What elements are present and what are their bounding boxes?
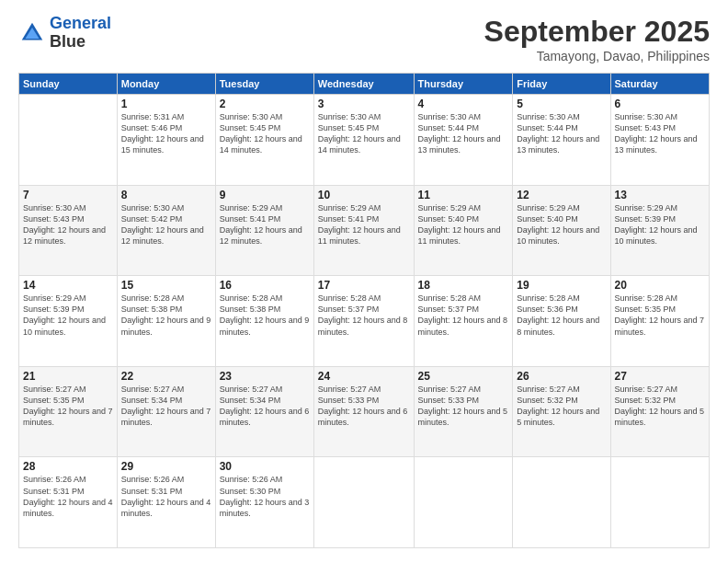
column-header-monday: Monday xyxy=(117,74,215,95)
day-info: Sunrise: 5:26 AMSunset: 5:31 PMDaylight:… xyxy=(23,474,113,519)
logo-line2: Blue xyxy=(50,33,111,52)
day-number: 6 xyxy=(615,98,705,110)
column-header-friday: Friday xyxy=(513,74,610,95)
day-info: Sunrise: 5:29 AMSunset: 5:41 PMDaylight:… xyxy=(220,202,310,247)
calendar-cell: 8Sunrise: 5:30 AMSunset: 5:42 PMDaylight… xyxy=(117,185,215,276)
calendar-cell: 13Sunrise: 5:29 AMSunset: 5:39 PMDayligh… xyxy=(610,185,709,276)
day-info: Sunrise: 5:28 AMSunset: 5:38 PMDaylight:… xyxy=(121,293,211,338)
day-number: 16 xyxy=(220,279,310,292)
logo-text: General Blue xyxy=(50,15,111,52)
day-info: Sunrise: 5:26 AMSunset: 5:31 PMDaylight:… xyxy=(121,474,211,519)
calendar-cell: 27Sunrise: 5:27 AMSunset: 5:32 PMDayligh… xyxy=(610,366,709,457)
calendar-cell: 16Sunrise: 5:28 AMSunset: 5:38 PMDayligh… xyxy=(215,276,313,367)
calendar-cell xyxy=(414,457,513,548)
day-info: Sunrise: 5:27 AMSunset: 5:32 PMDaylight:… xyxy=(615,384,705,429)
calendar-cell: 5Sunrise: 5:30 AMSunset: 5:44 PMDaylight… xyxy=(513,95,610,186)
calendar-cell: 20Sunrise: 5:28 AMSunset: 5:35 PMDayligh… xyxy=(610,276,709,367)
day-number: 5 xyxy=(517,98,606,110)
column-header-tuesday: Tuesday xyxy=(215,74,313,95)
calendar-cell: 4Sunrise: 5:30 AMSunset: 5:44 PMDaylight… xyxy=(414,95,513,186)
day-number: 10 xyxy=(318,189,410,201)
day-info: Sunrise: 5:29 AMSunset: 5:40 PMDaylight:… xyxy=(517,202,606,247)
day-info: Sunrise: 5:27 AMSunset: 5:34 PMDaylight:… xyxy=(121,384,211,429)
day-info: Sunrise: 5:29 AMSunset: 5:39 PMDaylight:… xyxy=(615,202,705,247)
day-number: 14 xyxy=(23,279,113,292)
calendar-cell: 29Sunrise: 5:26 AMSunset: 5:31 PMDayligh… xyxy=(117,457,215,548)
column-header-saturday: Saturday xyxy=(610,74,709,95)
day-info: Sunrise: 5:30 AMSunset: 5:42 PMDaylight:… xyxy=(121,202,211,247)
day-number: 17 xyxy=(318,279,410,292)
day-number: 13 xyxy=(615,189,705,201)
day-number: 12 xyxy=(517,189,606,201)
calendar-cell: 7Sunrise: 5:30 AMSunset: 5:43 PMDaylight… xyxy=(19,185,118,276)
day-info: Sunrise: 5:27 AMSunset: 5:33 PMDaylight:… xyxy=(418,384,509,429)
day-number: 23 xyxy=(220,370,310,383)
day-number: 4 xyxy=(418,98,509,110)
day-number: 20 xyxy=(615,279,705,292)
calendar-week-2: 7Sunrise: 5:30 AMSunset: 5:43 PMDaylight… xyxy=(19,185,710,276)
day-number: 29 xyxy=(121,460,211,473)
day-number: 26 xyxy=(517,370,606,383)
day-number: 15 xyxy=(121,279,211,292)
calendar-cell: 6Sunrise: 5:30 AMSunset: 5:43 PMDaylight… xyxy=(610,95,709,186)
day-info: Sunrise: 5:26 AMSunset: 5:30 PMDaylight:… xyxy=(220,474,310,519)
logo: General Blue xyxy=(18,15,111,52)
day-info: Sunrise: 5:30 AMSunset: 5:43 PMDaylight:… xyxy=(615,111,705,156)
day-info: Sunrise: 5:27 AMSunset: 5:32 PMDaylight:… xyxy=(517,384,606,429)
day-number: 11 xyxy=(418,189,509,201)
day-number: 3 xyxy=(318,98,410,110)
day-info: Sunrise: 5:28 AMSunset: 5:38 PMDaylight:… xyxy=(220,293,310,338)
day-number: 9 xyxy=(220,189,310,201)
page: General Blue September 2025 Tamayong, Da… xyxy=(0,0,728,563)
subtitle: Tamayong, Davao, Philippines xyxy=(484,49,710,63)
calendar-cell: 30Sunrise: 5:26 AMSunset: 5:30 PMDayligh… xyxy=(215,457,313,548)
day-info: Sunrise: 5:28 AMSunset: 5:37 PMDaylight:… xyxy=(418,293,509,338)
calendar-cell: 19Sunrise: 5:28 AMSunset: 5:36 PMDayligh… xyxy=(513,276,610,367)
day-info: Sunrise: 5:28 AMSunset: 5:37 PMDaylight:… xyxy=(318,293,410,338)
calendar-table: SundayMondayTuesdayWednesdayThursdayFrid… xyxy=(18,73,710,548)
day-info: Sunrise: 5:27 AMSunset: 5:34 PMDaylight:… xyxy=(220,384,310,429)
month-title: September 2025 xyxy=(484,15,710,49)
day-info: Sunrise: 5:30 AMSunset: 5:45 PMDaylight:… xyxy=(220,111,310,156)
day-info: Sunrise: 5:27 AMSunset: 5:35 PMDaylight:… xyxy=(23,384,113,429)
day-info: Sunrise: 5:27 AMSunset: 5:33 PMDaylight:… xyxy=(318,384,410,429)
calendar-cell: 24Sunrise: 5:27 AMSunset: 5:33 PMDayligh… xyxy=(313,366,414,457)
day-info: Sunrise: 5:28 AMSunset: 5:36 PMDaylight:… xyxy=(517,293,606,338)
calendar-cell: 12Sunrise: 5:29 AMSunset: 5:40 PMDayligh… xyxy=(513,185,610,276)
calendar-week-5: 28Sunrise: 5:26 AMSunset: 5:31 PMDayligh… xyxy=(19,457,710,548)
day-number: 28 xyxy=(23,460,113,473)
calendar-cell: 23Sunrise: 5:27 AMSunset: 5:34 PMDayligh… xyxy=(215,366,313,457)
calendar-cell: 17Sunrise: 5:28 AMSunset: 5:37 PMDayligh… xyxy=(313,276,414,367)
day-number: 25 xyxy=(418,370,509,383)
logo-line1: General xyxy=(50,14,111,32)
day-info: Sunrise: 5:30 AMSunset: 5:43 PMDaylight:… xyxy=(23,202,113,247)
day-number: 21 xyxy=(23,370,113,383)
day-info: Sunrise: 5:30 AMSunset: 5:45 PMDaylight:… xyxy=(318,111,410,156)
calendar-cell: 28Sunrise: 5:26 AMSunset: 5:31 PMDayligh… xyxy=(19,457,118,548)
calendar-cell xyxy=(19,95,118,186)
calendar-cell: 1Sunrise: 5:31 AMSunset: 5:46 PMDaylight… xyxy=(117,95,215,186)
day-info: Sunrise: 5:30 AMSunset: 5:44 PMDaylight:… xyxy=(418,111,509,156)
day-number: 1 xyxy=(121,98,211,110)
day-number: 24 xyxy=(318,370,410,383)
calendar-cell: 10Sunrise: 5:29 AMSunset: 5:41 PMDayligh… xyxy=(313,185,414,276)
calendar-header-row: SundayMondayTuesdayWednesdayThursdayFrid… xyxy=(19,74,710,95)
calendar-cell: 25Sunrise: 5:27 AMSunset: 5:33 PMDayligh… xyxy=(414,366,513,457)
calendar-week-4: 21Sunrise: 5:27 AMSunset: 5:35 PMDayligh… xyxy=(19,366,710,457)
day-info: Sunrise: 5:29 AMSunset: 5:41 PMDaylight:… xyxy=(318,202,410,247)
header: General Blue September 2025 Tamayong, Da… xyxy=(18,15,710,63)
calendar-cell xyxy=(513,457,610,548)
calendar-week-3: 14Sunrise: 5:29 AMSunset: 5:39 PMDayligh… xyxy=(19,276,710,367)
column-header-wednesday: Wednesday xyxy=(313,74,414,95)
day-number: 19 xyxy=(517,279,606,292)
calendar-week-1: 1Sunrise: 5:31 AMSunset: 5:46 PMDaylight… xyxy=(19,95,710,186)
calendar-cell: 21Sunrise: 5:27 AMSunset: 5:35 PMDayligh… xyxy=(19,366,118,457)
day-number: 2 xyxy=(220,98,310,110)
day-number: 30 xyxy=(220,460,310,473)
calendar-cell: 2Sunrise: 5:30 AMSunset: 5:45 PMDaylight… xyxy=(215,95,313,186)
calendar-cell xyxy=(610,457,709,548)
calendar-cell: 22Sunrise: 5:27 AMSunset: 5:34 PMDayligh… xyxy=(117,366,215,457)
day-info: Sunrise: 5:29 AMSunset: 5:40 PMDaylight:… xyxy=(418,202,509,247)
logo-icon xyxy=(18,19,46,47)
day-number: 22 xyxy=(121,370,211,383)
